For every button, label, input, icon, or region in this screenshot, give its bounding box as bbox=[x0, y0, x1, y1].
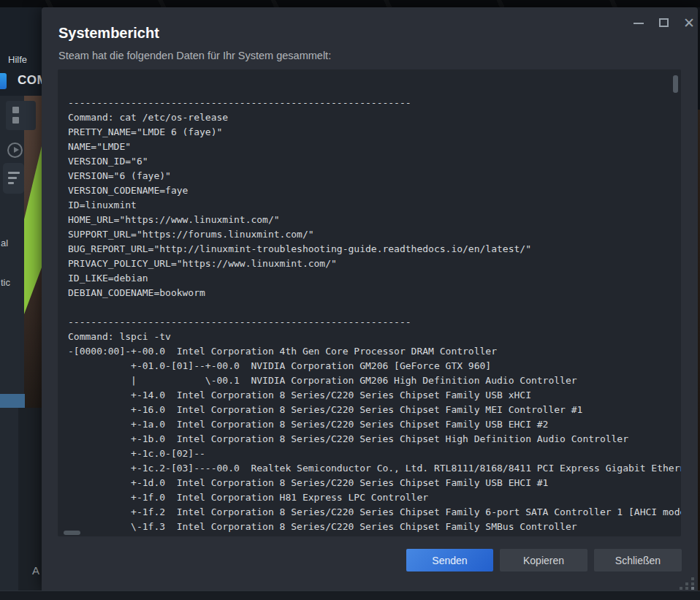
artwork-green-band bbox=[24, 96, 42, 410]
steam-client-left-strip: Hilfe COMM al tic A bbox=[0, 0, 42, 600]
sidebar-game-label-partial[interactable]: al bbox=[1, 238, 8, 248]
grip-dot bbox=[691, 587, 694, 590]
window-close-button[interactable]: ✕ bbox=[683, 16, 696, 29]
grid-icon bbox=[12, 107, 19, 113]
grip-dot bbox=[691, 577, 694, 580]
grip-dot bbox=[685, 582, 688, 585]
minimize-icon bbox=[634, 23, 644, 24]
sidebar-game-label-partial[interactable]: tic bbox=[1, 277, 10, 288]
dialog-subtitle: Steam hat die folgenden Daten für Ihr Sy… bbox=[58, 50, 331, 61]
footer-text-partial: A bbox=[32, 564, 39, 577]
minimize-button[interactable] bbox=[632, 16, 645, 29]
close-icon: ✕ bbox=[683, 15, 695, 31]
grip-dot bbox=[680, 587, 682, 590]
filter-button[interactable] bbox=[3, 163, 24, 194]
sidebar-selected-highlight bbox=[0, 394, 25, 408]
resize-grip[interactable] bbox=[680, 577, 696, 590]
filter-icon bbox=[8, 182, 14, 184]
send-button[interactable]: Senden bbox=[406, 549, 493, 571]
play-triangle-icon bbox=[14, 147, 19, 153]
system-report-text: ----------------------------------------… bbox=[68, 81, 681, 534]
filter-icon bbox=[8, 172, 20, 174]
grip-dot bbox=[691, 582, 694, 585]
grid-view-button[interactable] bbox=[6, 101, 36, 130]
system-report-dialog: ✕ Systembericht Steam hat die folgenden … bbox=[42, 7, 698, 590]
dialog-title: Systembericht bbox=[58, 25, 159, 42]
maximize-button[interactable] bbox=[658, 16, 671, 29]
copy-button[interactable]: Kopieren bbox=[500, 549, 587, 571]
menu-item-help[interactable]: Hilfe bbox=[8, 54, 27, 65]
system-report-textarea[interactable]: ----------------------------------------… bbox=[58, 69, 681, 536]
background-artwork-top-strip bbox=[0, 0, 700, 7]
horizontal-scrollbar-thumb[interactable] bbox=[64, 531, 80, 535]
sidebar-divider-column bbox=[18, 408, 42, 590]
game-artwork bbox=[24, 96, 42, 410]
grip-dot bbox=[685, 587, 688, 590]
nav-community-partial[interactable]: COMM bbox=[18, 73, 42, 88]
steam-client-bottom-bar bbox=[0, 590, 700, 600]
grid-icon bbox=[12, 117, 19, 124]
vertical-scrollbar-thumb[interactable] bbox=[673, 75, 678, 93]
close-button[interactable]: Schließen bbox=[594, 549, 682, 571]
steam-logo-icon bbox=[0, 73, 7, 89]
maximize-icon bbox=[659, 18, 669, 27]
play-circle-icon[interactable] bbox=[7, 143, 23, 158]
filter-icon bbox=[8, 177, 17, 179]
